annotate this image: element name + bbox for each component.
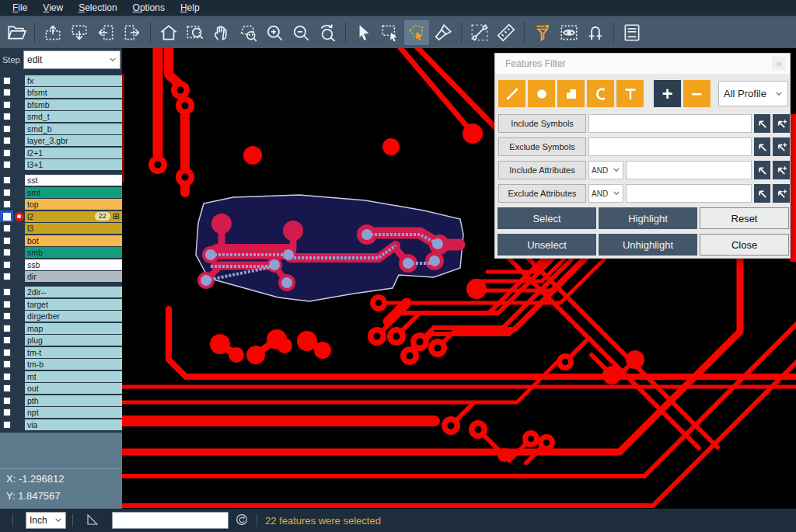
- pad-tool-icon[interactable]: [528, 80, 555, 107]
- include-attributes-input[interactable]: [626, 161, 752, 179]
- home-view-icon[interactable]: [156, 20, 181, 45]
- layer-bar-tm-b[interactable]: tm-b: [25, 359, 122, 370]
- assign-arrow-icon[interactable]: [754, 184, 770, 203]
- shift-down-icon[interactable]: [67, 20, 92, 45]
- layer-checkbox-out[interactable]: [0, 383, 13, 395]
- layer-checkbox-dir[interactable]: [0, 271, 13, 283]
- layer-bar-top[interactable]: top: [25, 199, 122, 210]
- layer-checkbox-top[interactable]: [0, 199, 13, 210]
- layer-checkbox-tm-t[interactable]: [0, 346, 13, 358]
- layer-checkbox-fx[interactable]: [0, 75, 13, 86]
- layer-bar-ssb[interactable]: ssb: [25, 259, 122, 270]
- layer-checkbox-2dir--[interactable]: [0, 287, 13, 298]
- snap-magnet-icon[interactable]: [583, 20, 608, 45]
- layer-checkbox-layer_3.gbr[interactable]: [0, 135, 13, 147]
- assign-arrow-plus-icon[interactable]: [773, 137, 790, 156]
- text-tool-icon[interactable]: [616, 80, 644, 107]
- layer-checkbox-bfsmt[interactable]: [0, 87, 13, 99]
- line-tool-icon[interactable]: [498, 80, 525, 107]
- select-button[interactable]: Select: [498, 207, 596, 229]
- exclude-attributes-logic-dropdown[interactable]: AND: [588, 184, 623, 203]
- menu-selection[interactable]: Selection: [71, 1, 124, 15]
- measure-line-icon[interactable]: [467, 20, 492, 45]
- layer-checkbox-plug[interactable]: [0, 335, 13, 346]
- layer-checkbox-dirgerber[interactable]: [0, 311, 13, 322]
- assign-arrow-icon[interactable]: [754, 137, 770, 156]
- units-dropdown[interactable]: Inch: [26, 512, 66, 529]
- layer-bar-npt[interactable]: npt: [25, 407, 122, 418]
- layers-list-icon[interactable]: [620, 20, 644, 45]
- include-attributes-logic-dropdown[interactable]: AND: [588, 161, 623, 179]
- pan-hand-icon[interactable]: [209, 20, 234, 45]
- sync-icon[interactable]: [235, 513, 250, 528]
- layer-bar-dirgerber[interactable]: dirgerber: [25, 311, 122, 322]
- assign-arrow-icon[interactable]: [754, 114, 770, 133]
- layer-bar-bot[interactable]: bot: [25, 235, 122, 246]
- poly-select-icon[interactable]: [404, 20, 429, 45]
- assign-arrow-plus-icon[interactable]: [773, 161, 790, 179]
- close-button[interactable]: Close: [700, 234, 789, 256]
- zoom-out-icon[interactable]: [288, 20, 313, 45]
- close-icon[interactable]: ✕: [772, 57, 786, 71]
- layer-bar-fx[interactable]: fx: [25, 75, 122, 86]
- exclude-symbols-button[interactable]: Exclude Symbols: [498, 137, 586, 156]
- layer-bar-smt[interactable]: smt: [25, 187, 122, 198]
- shift-left-icon[interactable]: [93, 20, 118, 45]
- layer-bar-out[interactable]: out: [25, 383, 122, 394]
- exclude-symbols-input[interactable]: [588, 137, 752, 156]
- zoom-drag-icon[interactable]: [236, 20, 260, 45]
- remove-filter-button[interactable]: −: [683, 80, 710, 107]
- layer-checkbox-tm-b[interactable]: [0, 359, 13, 370]
- angle-measure-icon[interactable]: [86, 513, 101, 528]
- layer-bar-smb[interactable]: smb: [25, 247, 122, 258]
- arc-tool-icon[interactable]: [587, 80, 614, 107]
- command-input[interactable]: [112, 512, 229, 529]
- layer-bar-l3[interactable]: l3: [25, 223, 122, 234]
- highlight-button[interactable]: Highlight: [599, 207, 697, 229]
- layer-bar-pth[interactable]: pth: [25, 395, 122, 406]
- unselect-button[interactable]: Unselect: [498, 234, 596, 256]
- layer-checkbox-smd_b[interactable]: [0, 123, 13, 134]
- add-filter-button[interactable]: +: [654, 80, 681, 107]
- menu-options[interactable]: Options: [125, 1, 173, 15]
- pointer-select-icon[interactable]: [351, 20, 376, 45]
- features-filter-icon[interactable]: [530, 20, 555, 45]
- layer-checkbox-sst[interactable]: [0, 175, 13, 186]
- menu-file[interactable]: File: [5, 1, 35, 15]
- menu-help[interactable]: Help: [173, 1, 208, 15]
- clean-brush-icon[interactable]: [431, 20, 456, 45]
- unhighlight-button[interactable]: Unhighlight: [599, 234, 697, 256]
- exclude-attributes-button[interactable]: Exclude Attributes: [498, 184, 586, 203]
- layer-checkbox-l2+1[interactable]: [0, 147, 13, 158]
- layer-checkbox-map[interactable]: [0, 322, 13, 334]
- layer-checkbox-npt[interactable]: [0, 407, 13, 419]
- profile-dropdown[interactable]: All Profile: [718, 81, 788, 106]
- assign-arrow-plus-icon[interactable]: [773, 184, 790, 203]
- surface-tool-icon[interactable]: [557, 80, 585, 107]
- layer-checkbox-ssb[interactable]: [0, 259, 13, 270]
- measure-ruler-icon[interactable]: [494, 20, 518, 45]
- zoom-in-icon[interactable]: [262, 20, 287, 45]
- layer-bar-l2[interactable]: l222⊞: [25, 211, 122, 222]
- dialog-title-bar[interactable]: Features Filter ✕: [495, 54, 790, 74]
- layer-bar-via[interactable]: via: [25, 419, 122, 430]
- layer-bar-plug[interactable]: plug: [25, 335, 122, 346]
- layer-checkbox-bot[interactable]: [0, 235, 13, 246]
- rect-select-icon[interactable]: [378, 20, 403, 45]
- menu-view[interactable]: View: [35, 1, 71, 15]
- layer-checkbox-smd_t[interactable]: [0, 111, 13, 123]
- layer-checkbox-bfsmb[interactable]: [0, 99, 13, 110]
- layer-checkbox-target[interactable]: [0, 298, 13, 310]
- layer-bar-tm-t[interactable]: tm-t: [25, 347, 122, 358]
- view-options-icon[interactable]: [557, 20, 581, 45]
- layer-checkbox-pth[interactable]: [0, 395, 13, 406]
- layer-bar-dir[interactable]: dir: [25, 271, 122, 282]
- layer-checkbox-smb[interactable]: [0, 247, 13, 259]
- layer-bar-map[interactable]: map: [25, 323, 122, 334]
- layer-bar-l2+1[interactable]: l2+1: [25, 148, 122, 158]
- zoom-previous-icon[interactable]: [315, 20, 340, 45]
- open-folder-icon[interactable]: [4, 20, 29, 45]
- layer-checkbox-l2[interactable]: [0, 210, 13, 222]
- layer-bar-smd_b[interactable]: smd_b: [25, 123, 122, 134]
- layer-checkbox-l3+1[interactable]: [0, 159, 13, 171]
